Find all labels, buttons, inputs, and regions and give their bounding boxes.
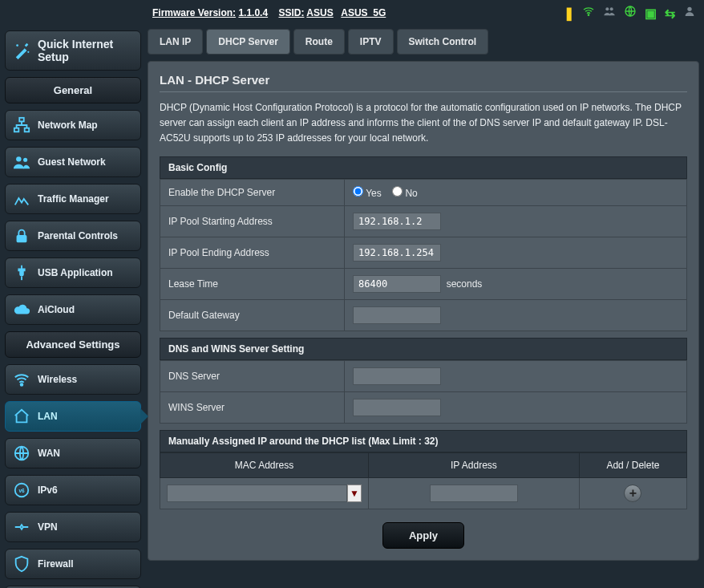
enable-dhcp-yes-radio[interactable] xyxy=(353,186,363,197)
col-ip-header: IP Address xyxy=(369,452,580,477)
add-entry-button[interactable]: + xyxy=(624,485,641,502)
svg-point-0 xyxy=(588,14,589,15)
manual-ip-table: MAC Address IP Address Add / Delete ▼ + xyxy=(160,452,687,509)
tab-dhcp-server[interactable]: DHCP Server xyxy=(206,29,289,55)
traffic-icon xyxy=(12,189,31,209)
sidebar: Quick Internet Setup General Network Map… xyxy=(0,26,146,588)
tabs: LAN IP DHCP Server Route IPTV Switch Con… xyxy=(148,29,699,55)
svg-rect-8 xyxy=(14,128,19,132)
shield-icon xyxy=(12,554,31,574)
dns-table: DNS Server WINS Server xyxy=(160,360,687,424)
lease-time-input[interactable] xyxy=(353,275,441,293)
users-icon[interactable] xyxy=(603,5,616,21)
tab-route[interactable]: Route xyxy=(293,29,345,55)
vpn-icon xyxy=(12,517,31,537)
tab-lan-ip[interactable]: LAN IP xyxy=(148,29,203,55)
general-header: General xyxy=(5,77,141,103)
svg-point-14 xyxy=(21,383,23,386)
dns-server-label: DNS Server xyxy=(160,360,345,391)
top-bar: Firmware Version: 1.1.0.4 SSID: ASUS ASU… xyxy=(0,0,704,26)
plugin-icon xyxy=(12,263,31,282)
quick-setup-label: Quick Internet Setup xyxy=(38,38,132,63)
usb-icon[interactable]: ⇆ xyxy=(665,6,675,21)
globe-icon[interactable] xyxy=(624,5,637,21)
firmware-version[interactable]: 1.1.0.4 xyxy=(238,7,268,18)
svg-rect-13 xyxy=(21,277,22,281)
wand-icon xyxy=(14,41,31,60)
lan-icon[interactable]: ▣ xyxy=(645,6,657,21)
svg-point-2 xyxy=(610,7,613,10)
client-icon[interactable] xyxy=(683,5,696,21)
page-description: DHCP (Dynamic Host Configuration Protoco… xyxy=(160,100,687,147)
svg-text:v6: v6 xyxy=(18,488,25,493)
sidebar-item-guest-network[interactable]: Guest Network xyxy=(5,147,141,177)
svg-point-1 xyxy=(605,7,609,10)
ip-end-label: IP Pool Ending Address xyxy=(160,237,345,268)
enable-dhcp-yes[interactable]: Yes xyxy=(353,188,382,199)
default-gateway-label: Default Gateway xyxy=(160,299,345,330)
apply-button[interactable]: Apply xyxy=(382,522,464,549)
tab-iptv[interactable]: IPTV xyxy=(348,29,394,55)
svg-point-10 xyxy=(16,156,21,161)
mac-address-input[interactable] xyxy=(167,485,347,502)
sidebar-item-vpn[interactable]: VPN xyxy=(5,512,141,542)
sidebar-item-wireless[interactable]: Wireless xyxy=(5,364,141,395)
enable-dhcp-no[interactable]: No xyxy=(392,188,418,199)
basic-config-header: Basic Config xyxy=(160,156,687,179)
ip-start-label: IP Pool Starting Address xyxy=(160,205,345,237)
lock-icon xyxy=(12,226,31,245)
sidebar-item-aicloud[interactable]: AiCloud xyxy=(5,294,141,325)
col-mac-header: MAC Address xyxy=(160,452,369,477)
ip-start-input[interactable] xyxy=(353,213,441,230)
enable-dhcp-label: Enable the DHCP Server xyxy=(160,179,345,205)
mac-dropdown-icon[interactable]: ▼ xyxy=(347,485,362,502)
ssid-label: SSID: xyxy=(278,7,304,18)
mac-address-select[interactable]: ▼ xyxy=(167,485,362,502)
sidebar-item-firewall[interactable]: Firewall xyxy=(5,549,141,579)
svg-rect-9 xyxy=(25,128,29,132)
network-map-icon xyxy=(12,116,31,135)
status-icons: ❚ ▣ ⇆ xyxy=(564,5,696,21)
ip-end-input[interactable] xyxy=(353,244,441,262)
advanced-header: Advanced Settings xyxy=(5,331,141,358)
wins-server-label: WINS Server xyxy=(160,391,345,423)
sidebar-item-wan[interactable]: WAN xyxy=(5,438,141,468)
cloud-icon xyxy=(12,300,31,319)
col-action-header: Add / Delete xyxy=(579,452,686,477)
main-content: LAN IP DHCP Server Route IPTV Switch Con… xyxy=(146,26,704,588)
manual-ip-input[interactable] xyxy=(430,485,518,502)
page-title: LAN - DHCP Server xyxy=(160,73,687,92)
wan-globe-icon xyxy=(12,444,31,463)
sidebar-item-parental-controls[interactable]: Parental Controls xyxy=(5,221,141,251)
sidebar-item-network-map[interactable]: Network Map xyxy=(5,110,141,140)
wifi-icon[interactable] xyxy=(582,5,595,21)
default-gateway-input[interactable] xyxy=(353,306,441,324)
svg-point-5 xyxy=(16,44,18,47)
dhcp-panel: LAN - DHCP Server DHCP (Dynamic Host Con… xyxy=(148,61,699,561)
tab-switch-control[interactable]: Switch Control xyxy=(397,29,489,55)
manual-ip-header: Manually Assigned IP around the DHCP lis… xyxy=(160,430,687,452)
alert-icon[interactable]: ❚ xyxy=(564,6,574,21)
svg-rect-7 xyxy=(19,118,24,122)
svg-point-4 xyxy=(687,7,691,11)
dns-section-header: DNS and WINS Server Setting xyxy=(160,338,687,360)
sidebar-item-lan[interactable]: LAN xyxy=(5,401,141,432)
dns-server-input[interactable] xyxy=(353,367,441,385)
guest-icon xyxy=(12,152,31,172)
basic-config-table: Enable the DHCP Server Yes No IP Pool St… xyxy=(160,179,687,331)
wins-server-input[interactable] xyxy=(353,399,441,416)
sidebar-item-usb-application[interactable]: USB Application xyxy=(5,258,141,288)
ssid-value-2[interactable]: ASUS_5G xyxy=(341,7,386,18)
lease-time-label: Lease Time xyxy=(160,268,345,299)
enable-dhcp-no-radio[interactable] xyxy=(392,186,403,197)
home-icon xyxy=(12,407,31,426)
svg-rect-12 xyxy=(17,235,27,242)
firmware-info: Firmware Version: 1.1.0.4 SSID: ASUS ASU… xyxy=(152,7,386,18)
quick-internet-setup-button[interactable]: Quick Internet Setup xyxy=(5,30,141,71)
sidebar-item-ipv6[interactable]: v6 IPv6 xyxy=(5,475,141,505)
sidebar-item-traffic-manager[interactable]: Traffic Manager xyxy=(5,184,141,214)
ssid-value-1[interactable]: ASUS xyxy=(306,7,333,18)
svg-point-11 xyxy=(23,158,27,162)
svg-point-6 xyxy=(27,51,29,53)
ipv6-icon: v6 xyxy=(12,481,31,500)
